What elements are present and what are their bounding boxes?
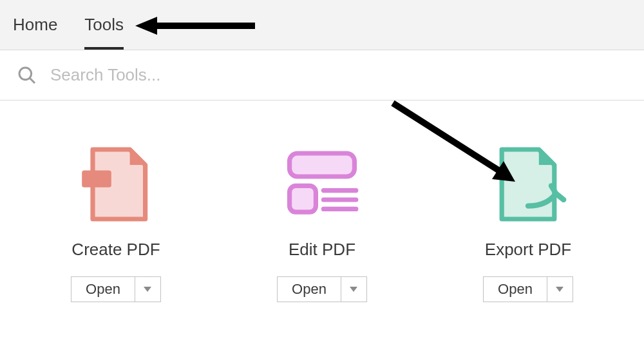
open-split-button: Open <box>483 276 573 302</box>
svg-rect-2 <box>82 170 111 187</box>
svg-point-0 <box>19 68 32 80</box>
search-row <box>0 50 644 101</box>
svg-rect-4 <box>290 186 316 212</box>
search-icon <box>17 65 37 86</box>
open-dropdown-caret[interactable] <box>547 277 573 302</box>
open-split-button: Open <box>277 276 367 302</box>
open-dropdown-caret[interactable] <box>135 277 160 302</box>
open-button[interactable]: Open <box>71 277 135 302</box>
open-button[interactable]: Open <box>484 277 547 302</box>
tool-label: Create PDF <box>71 240 160 260</box>
tool-label: Export PDF <box>485 240 571 260</box>
tool-label: Edit PDF <box>289 240 355 260</box>
open-split-button: Open <box>71 276 161 302</box>
tool-export-pdf[interactable]: Export PDF Open <box>438 146 618 302</box>
edit-pdf-icon <box>283 146 361 223</box>
search-input[interactable] <box>50 65 437 85</box>
open-button[interactable]: Open <box>278 277 341 302</box>
tab-home[interactable]: Home <box>13 0 57 50</box>
tab-tools[interactable]: Tools <box>84 0 124 50</box>
export-pdf-icon <box>489 146 567 223</box>
chevron-down-icon <box>556 287 564 292</box>
svg-line-1 <box>30 78 35 83</box>
chevron-down-icon <box>144 287 151 292</box>
create-pdf-icon <box>77 146 155 223</box>
tab-bar: Home Tools <box>0 0 644 50</box>
chevron-down-icon <box>350 287 357 292</box>
tools-grid: Create PDF Open Edit PDF Open <box>0 101 644 302</box>
tool-edit-pdf[interactable]: Edit PDF Open <box>232 146 412 302</box>
open-dropdown-caret[interactable] <box>341 277 366 302</box>
tool-create-pdf[interactable]: Create PDF Open <box>26 146 206 302</box>
svg-rect-3 <box>290 153 355 177</box>
